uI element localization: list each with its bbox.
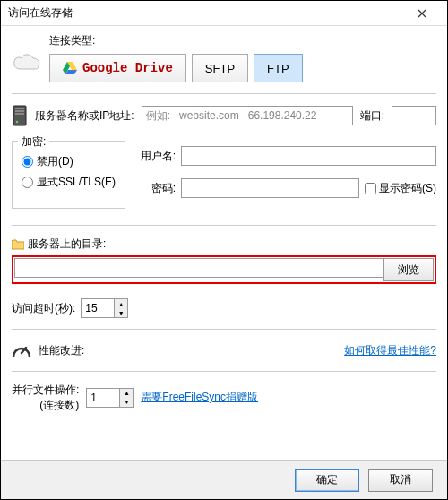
ok-button[interactable]: 确定 [295,469,359,492]
cloud-icon [12,49,42,74]
parallel-spinner[interactable]: ▲ ▼ [86,388,134,408]
svg-point-7 [16,121,19,124]
divider [12,225,436,226]
connection-label: 连接类型: [49,33,436,48]
server-label: 服务器名称或IP地址: [35,108,134,124]
parallel-input[interactable] [87,389,119,407]
folder-icon [12,239,24,250]
spin-down-button[interactable]: ▼ [115,308,127,317]
port-label: 端口: [360,108,384,124]
titlebar: 访问在线存储 [1,1,447,26]
auth-section: 加密: 禁用(D) 显式SSL/TLS(E) 用户名: 密码: 显示密码(S) [1,134,447,221]
encryption-disabled-radio[interactable]: 禁用(D) [22,154,116,169]
performance-label: 性能改进: [39,343,84,358]
connection-gdrive-button[interactable]: Google Drive [49,54,186,82]
username-input[interactable] [181,146,436,166]
divider [12,93,436,94]
directory-input[interactable] [14,258,383,278]
connection-sftp-button[interactable]: SFTP [192,54,248,82]
timeout-label: 访问超时(秒): [12,301,75,316]
close-button[interactable] [404,1,440,25]
spin-down-button[interactable]: ▼ [120,398,133,407]
password-label: 密码: [136,181,176,196]
divider [12,371,436,372]
svg-rect-6 [15,113,24,115]
username-label: 用户名: [136,149,176,164]
svg-rect-5 [15,110,24,112]
port-input[interactable] [392,106,436,125]
window-title: 访问在线存储 [8,5,404,21]
timeout-input[interactable] [82,299,114,317]
performance-row: 性能改进: 如何取得最佳性能? [1,333,447,367]
speedometer-icon [12,341,31,360]
connection-section: 连接类型: Google Drive SFTP FTP [1,26,447,90]
timeout-row: 访问超时(秒): ▲ ▼ [1,291,447,325]
close-icon [418,9,426,18]
divider [12,329,436,330]
spin-up-button[interactable]: ▲ [115,299,127,308]
parallel-labels: 并行文件操作: (连接数) [12,383,79,413]
browse-button[interactable]: 浏览 [383,258,434,281]
spin-up-button[interactable]: ▲ [120,389,133,398]
connection-ftp-button[interactable]: FTP [254,54,303,82]
content-area: 连接类型: Google Drive SFTP FTP 服务器名称或IP地址: … [1,26,447,420]
directory-section: 服务器上的目录: 浏览 [1,229,447,291]
show-password-checkbox[interactable]: 显示密码(S) [365,181,436,196]
timeout-spinner[interactable]: ▲ ▼ [81,298,128,318]
directory-label: 服务器上的目录: [28,237,106,252]
parallel-row: 并行文件操作: (连接数) ▲ ▼ 需要FreeFileSync捐赠版 [1,375,447,420]
encryption-legend: 加密: [18,134,49,150]
server-input[interactable] [142,106,353,125]
encryption-ssl-radio[interactable]: 显式SSL/TLS(E) [22,175,116,190]
dialog-footer: 确定 取消 [1,460,447,499]
svg-rect-4 [15,108,24,109]
donate-link[interactable]: 需要FreeFileSync捐赠版 [141,390,258,405]
server-icon [12,105,28,126]
server-row: 服务器名称或IP地址: 端口: [1,98,447,134]
encryption-group: 加密: 禁用(D) 显式SSL/TLS(E) [12,141,125,209]
dialog-window: 访问在线存储 连接类型: Google Drive SFTP FTP [0,0,448,500]
performance-help-link[interactable]: 如何取得最佳性能? [344,343,436,358]
password-input[interactable] [181,178,359,198]
gdrive-icon [63,62,77,74]
cancel-button[interactable]: 取消 [368,469,433,492]
